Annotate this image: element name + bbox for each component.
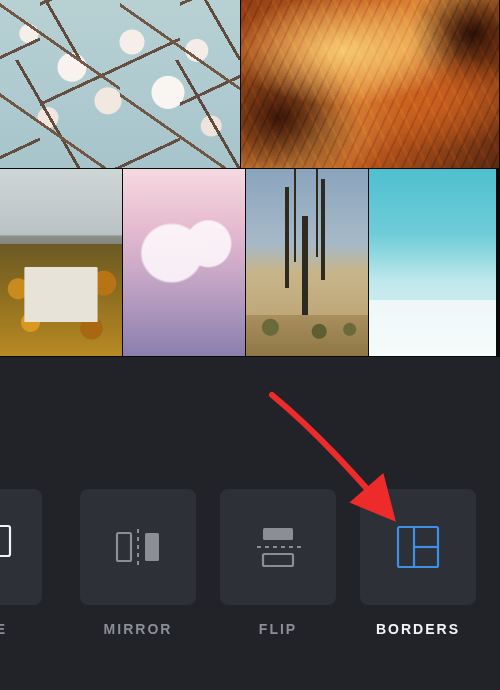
collage-gallery — [0, 0, 500, 357]
borders-label: BORDERS — [360, 621, 476, 637]
svg-rect-11 — [263, 554, 293, 566]
editor-panel: LACE MIRROR — [0, 357, 500, 690]
replace-label: LACE — [0, 621, 42, 637]
borders-tool[interactable] — [360, 489, 476, 605]
replace-icon — [0, 524, 12, 570]
collage-cell-antelope-canyon[interactable] — [241, 0, 499, 168]
mirror-label: MIRROR — [80, 621, 196, 637]
replace-tool[interactable] — [0, 489, 42, 605]
flip-icon — [253, 526, 303, 568]
tool-strip: LACE MIRROR — [0, 489, 500, 659]
flip-tool[interactable] — [220, 489, 336, 605]
svg-rect-1 — [0, 526, 10, 556]
mirror-icon — [113, 527, 163, 567]
collage-cell-cherry-blossom[interactable] — [0, 0, 240, 168]
collage-cell-snow-peak[interactable] — [369, 169, 496, 356]
flip-label: FLIP — [220, 621, 336, 637]
svg-rect-3 — [117, 533, 131, 561]
collage-cell-pink-mountain[interactable] — [123, 169, 245, 356]
mirror-tool[interactable] — [80, 489, 196, 605]
svg-rect-4 — [145, 533, 159, 561]
borders-icon — [395, 524, 441, 570]
collage-cell-joshua-tree[interactable] — [246, 169, 368, 356]
collage-cell-autumn-house[interactable] — [0, 169, 122, 356]
svg-rect-10 — [263, 528, 293, 540]
